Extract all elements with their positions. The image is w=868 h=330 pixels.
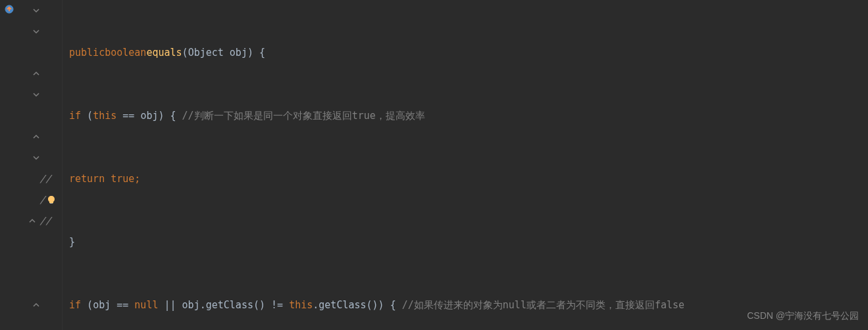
override-icon[interactable] [4,4,14,14]
keyword: if [69,105,81,126]
dot: . [313,295,319,316]
keyword: this [93,105,116,126]
paren: ()) { [367,295,402,316]
comment-marker: // [39,168,51,189]
var: obj [140,105,158,126]
param: obj [224,42,247,63]
fold-icon[interactable] [32,153,41,162]
keyword: return [69,168,105,189]
fold-icon[interactable] [32,90,41,99]
comment-marker: / [39,189,45,210]
var: obj [182,295,200,316]
code-line[interactable]: return true; [69,168,868,189]
method-call: getClass [319,295,366,316]
paren: ) [247,42,253,63]
fold-up-icon[interactable] [32,69,41,78]
method-name: equals [146,42,182,63]
brace: { [253,42,265,63]
lightbulb-icon[interactable] [46,195,57,205]
code-content[interactable]: public boolean equals(Object obj) { if (… [63,0,868,330]
type: Object [188,42,224,63]
op: || [158,295,182,316]
comment-marker: // [39,210,51,231]
op: != [265,295,289,316]
paren: ) { [158,105,182,126]
fold-icon[interactable] [32,27,41,36]
code-editor[interactable]: // / // public boolean equals(Object obj… [0,0,868,330]
fold-up-icon[interactable] [28,216,37,225]
fold-icon[interactable] [32,6,41,15]
keyword: if [69,295,81,316]
op: == [111,295,134,316]
paren: ( [81,295,93,316]
keyword: public [69,42,105,63]
comment: //判断一下如果是同一个对象直接返回true，提高效率 [182,105,425,126]
comment: //如果传进来的对象为null或者二者为不同类，直接返回false [402,295,684,316]
dot: . [200,295,206,316]
op: == [116,105,140,126]
svg-rect-1 [50,203,53,204]
fold-up-icon[interactable] [32,132,41,141]
paren: ( [182,42,188,63]
fold-up-icon[interactable] [32,300,41,310]
var: obj [93,295,111,316]
code-line[interactable]: } [69,231,868,252]
editor-gutter: // / // [0,0,63,330]
paren: () [253,295,265,316]
keyword: this [289,295,313,316]
keyword: null [134,295,158,316]
code-line[interactable]: if (this == obj) { //判断一下如果是同一个对象直接返回tru… [69,105,868,126]
brace: } [69,231,75,252]
watermark: CSDN @宁海没有七号公园 [747,305,859,326]
semi: ; [134,168,140,189]
paren: ( [81,105,93,126]
method-call: getClass [206,295,253,316]
code-line[interactable]: public boolean equals(Object obj) { [69,42,868,63]
keyword: true [105,168,134,189]
keyword: boolean [105,42,146,63]
